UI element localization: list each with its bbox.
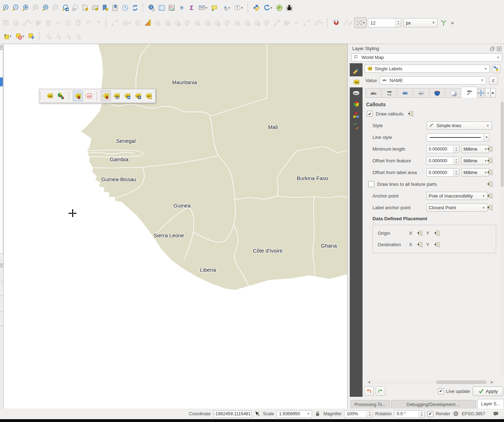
layer-labeling-options-button[interactable]: abc <box>45 91 55 101</box>
delete-annotation-button[interactable] <box>73 31 82 42</box>
format-tab-placement[interactable] <box>477 88 484 98</box>
pin-unpin-labels-button[interactable]: ab <box>101 91 111 101</box>
lock-icon[interactable] <box>315 411 321 417</box>
panel-horizontal-scrollbar[interactable]: ◀▶ <box>367 380 494 384</box>
add-ring-button[interactable] <box>193 17 202 28</box>
show-bookmarks-button[interactable] <box>111 2 120 13</box>
float-panel-icon[interactable] <box>490 46 494 51</box>
layer-select-combo[interactable]: World Map ▼ <box>352 53 502 61</box>
move-features-button[interactable]: ▼ <box>120 17 132 28</box>
split-parts-button[interactable] <box>173 17 182 28</box>
panel-vertical-scrollbar[interactable] <box>501 87 504 379</box>
undo-button[interactable]: ↶ <box>84 17 93 28</box>
styling-tab-view-3d[interactable] <box>350 98 363 109</box>
processing-toolbox-button[interactable]: ✳ <box>177 2 186 13</box>
snapping-unit[interactable]: px▼ <box>403 18 438 27</box>
map-canvas[interactable]: MauritaniaMaliSenegalGambiaGuinea-Bissau… <box>4 44 347 409</box>
line-style-preview[interactable] <box>427 133 484 141</box>
data-defined-override-button[interactable] <box>486 169 494 177</box>
digitize-curve-button[interactable] <box>110 17 119 28</box>
prevent-labels-button[interactable]: ▼ <box>14 31 26 42</box>
dock-tab-debugging-development-[interactable]: Debugging/Development ... <box>391 400 476 409</box>
undo-style-button[interactable] <box>364 386 374 396</box>
tabs-scroll-right-button[interactable]: ▶ <box>490 88 496 98</box>
enable-tracing-button[interactable] <box>439 17 448 28</box>
messages-icon[interactable] <box>493 411 499 417</box>
elevation-profile-button[interactable] <box>275 2 284 13</box>
origin-y-override-button[interactable] <box>433 229 441 237</box>
tabs-scroll-left-button[interactable]: ◀ <box>485 88 490 98</box>
crs-indicator[interactable]: EPSG:3857 <box>462 411 485 416</box>
snap-to-grid-button[interactable]: ▼ <box>354 17 366 28</box>
reshape-features-button[interactable] <box>153 17 162 28</box>
modify-attributes-button[interactable] <box>34 17 43 28</box>
advanced-digitizing-button[interactable] <box>143 17 152 28</box>
offset-from-feature-unit-combo[interactable]: Millime▼ <box>461 157 489 165</box>
styling-tab-history[interactable] <box>350 120 363 131</box>
plugin-reload-button[interactable]: ▼ <box>262 2 274 13</box>
rotate-annotation-button[interactable] <box>43 31 53 42</box>
offset-curve-button[interactable] <box>272 17 282 28</box>
cut-features-button[interactable]: ✂ <box>54 17 63 28</box>
data-defined-override-button[interactable] <box>486 204 494 212</box>
zoom-to-selection-button[interactable] <box>31 2 40 13</box>
offset-from-feature-input[interactable]: 0.000000▲▼ <box>427 157 459 165</box>
python-console-button[interactable] <box>252 2 261 13</box>
topological-editing-button[interactable]: ▼ <box>342 17 354 28</box>
open-attribute-table-button[interactable] <box>157 2 166 13</box>
draw-callouts-checkbox[interactable]: ✔ <box>367 111 373 117</box>
zoom-full-extent-button[interactable] <box>21 2 30 13</box>
delete-part-button[interactable] <box>222 17 232 28</box>
rotate-feature-button[interactable] <box>252 17 262 28</box>
paste-features-button[interactable] <box>74 17 83 28</box>
highlight-pinned-labels-button[interactable]: ab <box>73 91 83 101</box>
reverse-line-button[interactable]: ✂ <box>292 17 301 28</box>
data-defined-override-button[interactable] <box>486 157 494 165</box>
map-tips-button[interactable] <box>210 2 219 13</box>
toolbar-overflow[interactable]: » <box>449 17 456 28</box>
layer-diagram-options-button[interactable] <box>55 91 65 101</box>
styling-tab-symbology[interactable] <box>350 65 363 76</box>
minimum-length-unit-combo[interactable]: Millime▼ <box>461 145 489 153</box>
copy-features-button[interactable] <box>64 17 73 28</box>
data-defined-override-button[interactable] <box>486 180 494 188</box>
offset-from-label-area-input[interactable]: 0.000000▲▼ <box>427 168 459 177</box>
expression-builder-button[interactable]: ε <box>489 76 498 85</box>
destination-y-override-button[interactable] <box>433 240 441 248</box>
merge-attributes-button[interactable] <box>242 17 252 28</box>
format-tab-buffer[interactable]: abc <box>397 88 413 98</box>
render-checkbox[interactable]: ✔ <box>427 411 433 417</box>
line-style-dropdown-button[interactable]: ▼ <box>484 133 489 141</box>
rotate-label-button[interactable]: abc <box>133 91 143 101</box>
redo-style-button[interactable] <box>376 386 385 396</box>
copy-move-features-button[interactable] <box>133 17 142 28</box>
fill-ring-button[interactable] <box>183 17 192 28</box>
identify-features-button[interactable]: i <box>147 2 156 13</box>
scale-combo[interactable]: 1:9356950▼ <box>277 410 312 418</box>
zoom-in-button[interactable] <box>1 2 10 13</box>
format-tab-callouts[interactable]: abc <box>461 87 477 98</box>
simplify-feature-button[interactable] <box>262 17 272 28</box>
vertex-tool-button[interactable]: ▼ <box>21 17 33 28</box>
new-map-view-button[interactable] <box>81 2 90 13</box>
delete-ring-button[interactable] <box>213 17 222 28</box>
new-spatial-bookmark-button[interactable] <box>101 2 110 13</box>
refresh-map-button[interactable] <box>130 2 140 13</box>
redo-button[interactable]: ↷ <box>93 17 103 28</box>
temporal-controller-button[interactable] <box>120 2 130 13</box>
origin-x-override-button[interactable] <box>415 229 424 237</box>
debugging-tools-button[interactable] <box>285 2 294 13</box>
data-defined-override-button[interactable] <box>486 192 494 200</box>
toggle-editing-button[interactable] <box>11 17 20 28</box>
live-update-checkbox[interactable]: ✔ <box>438 388 444 394</box>
toolbar-drag-handle[interactable] <box>40 92 43 100</box>
new-3d-map-view-button[interactable] <box>91 2 100 13</box>
minimum-length-input[interactable]: 0.000000▲▼ <box>427 145 459 153</box>
rotation-input[interactable]: 0.0 ° ▲▼ <box>394 410 425 418</box>
offset-from-label-area-unit-combo[interactable]: Millime▼ <box>461 168 489 177</box>
move-annotation-button[interactable] <box>53 31 63 42</box>
zoom-next-button[interactable] <box>71 2 80 13</box>
measure-line-button[interactable]: ▼ <box>197 2 209 13</box>
cursor-position-icon[interactable] <box>254 411 261 417</box>
styling-tab-labels[interactable]: abc <box>350 76 363 87</box>
